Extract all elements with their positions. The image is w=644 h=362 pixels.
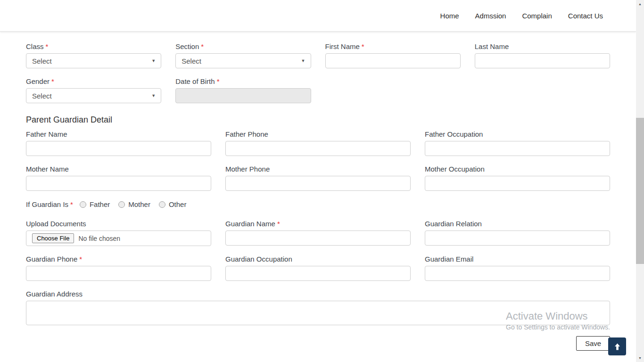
mother-name-field: Mother Name — [26, 165, 211, 191]
gender-label: Gender* — [26, 77, 161, 86]
father-occupation-field: Father Occupation — [425, 130, 610, 156]
father-phone-label: Father Phone — [225, 130, 411, 139]
parent-guardian-heading: Parent Guardian Detail — [26, 115, 610, 125]
last-name-field: Last Name — [475, 42, 610, 68]
father-name-field: Father Name — [26, 130, 211, 156]
guardian-relation-label: Guardian Relation — [425, 219, 610, 228]
scrollbar-thumb[interactable] — [636, 118, 644, 264]
required-asterisk: * — [70, 200, 73, 208]
guardian-occupation-field: Guardian Occupation — [225, 255, 411, 281]
guardian-name-field: Guardian Name* — [225, 219, 411, 246]
mother-phone-label: Mother Phone — [225, 165, 411, 173]
top-navbar: Home Admssion Complain Contact Us — [0, 0, 636, 32]
last-name-input[interactable] — [475, 53, 610, 68]
vertical-scrollbar[interactable]: ▲ ▼ — [636, 0, 644, 362]
section-field: Section* Select ▼ — [175, 42, 311, 68]
required-asterisk: * — [201, 42, 204, 50]
guardian-address-label: Guardian Address — [26, 289, 610, 298]
guardian-relation-input[interactable] — [425, 230, 610, 246]
guardian-email-input[interactable] — [425, 266, 610, 281]
scrollbar-down-arrow-icon[interactable]: ▼ — [636, 354, 644, 362]
guardian-radio-mother-input[interactable] — [118, 201, 125, 208]
section-label: Section* — [175, 42, 311, 51]
guardian-email-field: Guardian Email — [425, 255, 610, 281]
mother-phone-input[interactable] — [225, 176, 411, 191]
mother-occupation-input[interactable] — [425, 176, 610, 191]
upload-documents-field: Upload Documents Choose File No file cho… — [26, 219, 211, 246]
first-name-field: First Name* — [325, 42, 461, 68]
guardian-phone-label: Guardian Phone* — [26, 255, 211, 263]
father-row: Father Name Father Phone Father Occupati… — [26, 130, 610, 156]
nav-home[interactable]: Home — [440, 12, 459, 20]
save-row: Save — [26, 336, 610, 351]
guardian-radio-father-input[interactable] — [80, 201, 86, 208]
guardian-phone-field: Guardian Phone* — [26, 255, 211, 281]
gender-select-control[interactable]: Select — [26, 88, 161, 103]
required-asterisk: * — [362, 42, 364, 50]
student-row-2: Gender* Select ▼ Date of Birth* — [26, 77, 610, 103]
father-name-label: Father Name — [26, 130, 211, 139]
class-select-control[interactable]: Select — [26, 53, 161, 68]
required-asterisk: * — [277, 220, 280, 228]
admission-form: Class* Select ▼ Section* Select ▼ First … — [0, 32, 636, 362]
first-name-label: First Name* — [325, 42, 461, 51]
choose-file-button[interactable]: Choose File — [32, 233, 74, 243]
required-asterisk: * — [46, 42, 49, 50]
file-status-text: No file chosen — [78, 235, 120, 242]
guardian-email-label: Guardian Email — [425, 255, 610, 263]
guardian-row-2: Guardian Phone* Guardian Occupation Guar… — [26, 255, 610, 281]
guardian-name-input[interactable] — [225, 230, 411, 246]
required-asterisk: * — [51, 77, 54, 85]
guardian-radio-other-input[interactable] — [159, 201, 165, 208]
required-asterisk: * — [217, 77, 220, 85]
save-button[interactable]: Save — [576, 336, 610, 351]
dob-label: Date of Birth* — [175, 77, 311, 86]
nav-complain[interactable]: Complain — [522, 12, 552, 20]
class-label: Class* — [26, 42, 161, 51]
guardian-radio-other[interactable]: Other — [159, 200, 187, 208]
if-guardian-is-row: If Guardian Is* Father Mother Other — [26, 200, 610, 209]
section-select: Select ▼ — [175, 53, 311, 68]
guardian-occupation-label: Guardian Occupation — [225, 255, 411, 263]
gender-field: Gender* Select ▼ — [26, 77, 161, 103]
mother-name-label: Mother Name — [26, 165, 211, 173]
upload-documents-label: Upload Documents — [26, 219, 211, 228]
mother-occupation-field: Mother Occupation — [425, 165, 610, 191]
if-guardian-is-label: If Guardian Is* — [26, 200, 73, 209]
section-select-control[interactable]: Select — [175, 53, 311, 68]
class-field: Class* Select ▼ — [26, 42, 161, 68]
arrow-up-icon — [613, 343, 621, 351]
gender-select: Select ▼ — [26, 88, 161, 103]
mother-row: Mother Name Mother Phone Mother Occupati… — [26, 165, 610, 191]
guardian-relation-field: Guardian Relation — [425, 219, 610, 246]
guardian-address-field: Guardian Address — [26, 289, 610, 327]
guardian-name-label: Guardian Name* — [225, 219, 411, 228]
father-phone-input[interactable] — [225, 141, 411, 156]
guardian-phone-input[interactable] — [26, 266, 211, 281]
mother-phone-field: Mother Phone — [225, 165, 411, 191]
upload-documents-input[interactable]: Choose File No file chosen — [26, 230, 211, 246]
scrollbar-up-arrow-icon[interactable]: ▲ — [636, 0, 644, 8]
nav-contact-us[interactable]: Contact Us — [568, 12, 603, 20]
father-name-input[interactable] — [26, 141, 211, 156]
dob-field: Date of Birth* — [175, 77, 311, 103]
guardian-radio-father[interactable]: Father — [80, 200, 110, 208]
guardian-row-1: Upload Documents Choose File No file cho… — [26, 219, 610, 246]
father-phone-field: Father Phone — [225, 130, 411, 156]
father-occupation-label: Father Occupation — [425, 130, 610, 139]
required-asterisk: * — [79, 255, 82, 263]
last-name-label: Last Name — [475, 42, 610, 51]
scroll-to-top-button[interactable] — [608, 337, 626, 355]
class-select: Select ▼ — [26, 53, 161, 68]
mother-name-input[interactable] — [26, 176, 211, 191]
nav-admission[interactable]: Admssion — [475, 12, 506, 20]
guardian-address-input[interactable] — [26, 301, 610, 325]
mother-occupation-label: Mother Occupation — [425, 165, 610, 173]
dob-input[interactable] — [175, 88, 311, 103]
student-row-1: Class* Select ▼ Section* Select ▼ First … — [26, 42, 610, 68]
guardian-radio-mother[interactable]: Mother — [118, 200, 150, 208]
father-occupation-input[interactable] — [425, 141, 610, 156]
guardian-occupation-input[interactable] — [225, 266, 411, 281]
first-name-input[interactable] — [325, 53, 461, 68]
